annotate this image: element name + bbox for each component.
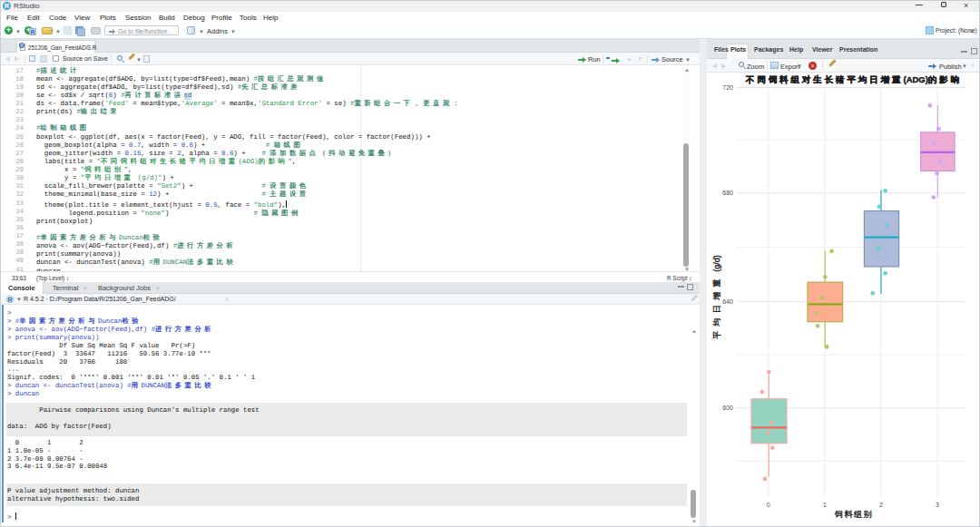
- svg-text:680: 680: [722, 190, 733, 196]
- svg-text:1: 1: [823, 502, 827, 508]
- svg-text:640: 640: [722, 298, 733, 305]
- svg-text:饲料组别: 饲料组别: [834, 510, 873, 519]
- svg-text:2: 2: [879, 502, 883, 508]
- svg-text:720: 720: [722, 84, 733, 91]
- svg-text:600: 600: [722, 405, 733, 411]
- svg-text:3: 3: [936, 502, 939, 508]
- svg-text:0: 0: [767, 502, 770, 508]
- svg-text:平均日增重 (g/d): 平均日增重 (g/d): [712, 255, 721, 339]
- svg-text:不同饲料组对生长猪平均日增重(ADG)的影响: 不同饲料组对生长猪平均日增重(ADG)的影响: [745, 74, 962, 84]
